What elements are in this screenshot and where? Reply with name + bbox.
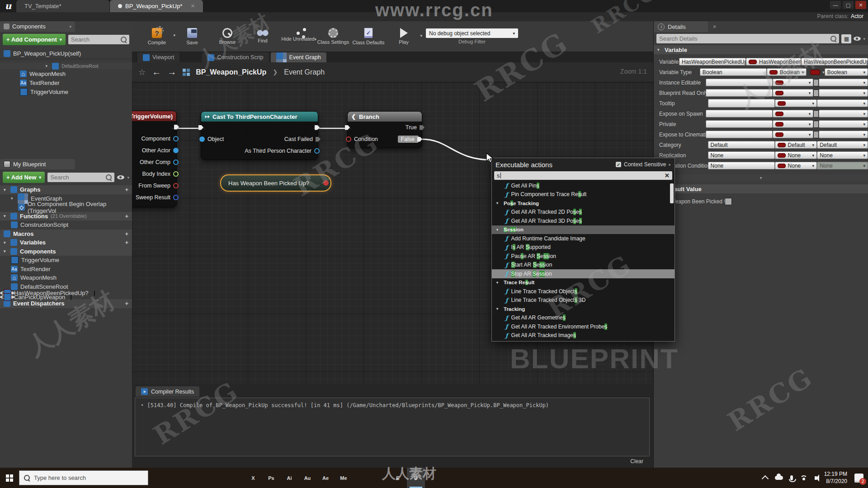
add-new-button[interactable]: + Add New▾ [3,172,45,183]
exec-in-pin[interactable] [198,125,203,130]
window-tab[interactable]: TV_Template* ✕ [16,0,110,12]
my-blueprint-row[interactable]: ▾ Variables + [0,238,132,247]
chevron-down-icon[interactable]: ▾ [127,175,129,180]
data-pin[interactable] [173,183,179,188]
taskbar-app[interactable]: Ae [316,468,335,488]
clock[interactable]: 12:19 PM 8/7/2020 [824,471,847,485]
favorite-star-icon[interactable]: ☆ [138,67,146,77]
action-item[interactable]: ▾ ƒ Tracking [492,305,675,314]
expander-icon[interactable]: ▾ [4,188,8,192]
add-button[interactable]: + [125,239,128,246]
branch-node[interactable]: ❮ Branch True Condition False [347,111,422,148]
taskbar-app[interactable] [371,468,389,488]
action-item[interactable]: ▾ ƒ Start AR Session [492,261,675,270]
start-button[interactable] [0,468,19,488]
notification-center-icon[interactable]: 2 [854,474,863,483]
toolbar-button[interactable]: ▾ Hide Unrelated [280,32,316,42]
details-textbox[interactable]: HasWeaponBeenPickedUp? [679,58,746,66]
onedrive-cloud-icon[interactable] [775,476,783,480]
property-matrix-icon[interactable]: ▦ [841,34,851,43]
details-textbox[interactable] [708,99,775,108]
default-value-section-header[interactable]: ▾ Default Value [654,184,868,193]
details-textbox[interactable]: None [708,162,775,169]
toolbar-button[interactable]: ▾ Browse [210,28,245,45]
action-item[interactable]: ▾ ƒ Pose Tracking [492,199,675,208]
action-item[interactable]: ▾ ƒ Pin Component to Trace Result [492,190,675,199]
add-button[interactable]: + [125,230,128,237]
taskbar-app[interactable] [226,468,244,488]
taskbar-app[interactable]: U [407,468,425,488]
tray-expand-icon[interactable] [761,475,769,483]
taskbar-app[interactable]: Me [335,468,353,488]
add-button[interactable]: + [125,213,128,220]
component-tree-item[interactable]: ▾ TriggerVolume [0,87,132,96]
graph-tab[interactable]: Viewport [137,52,179,62]
compiler-log[interactable]: [5143.40] Compile of BP_Weapon_PickUp su… [135,398,650,456]
bool-out-pin[interactable] [323,180,329,186]
details-checkbox[interactable] [813,131,819,138]
breadcrumb-current[interactable]: Event Graph [284,68,325,76]
window-tab[interactable]: BP_Weapon_PickUp* ✕ [110,0,203,12]
popup-search-input[interactable]: s ✕ [494,171,672,180]
visibility-icon[interactable] [94,291,95,296]
variable-type-dropdown[interactable]: ▾ [773,79,813,86]
expander-icon[interactable]: ▾ [4,249,8,253]
details-checkbox[interactable] [813,110,819,117]
scrollbar-thumb[interactable] [670,183,674,203]
data-pin[interactable] [173,160,179,165]
wifi-icon[interactable] [800,475,807,481]
variable-getter-node[interactable]: Has Weapon Been Picked Up? [220,174,331,192]
action-item[interactable]: ▾ ƒ Get All AR Tracked 2D Poses [492,208,675,217]
data-pin[interactable] [173,136,179,141]
my-blueprint-row[interactable]: ▾ On Component Begin Overlap (TriggerVol… [0,203,132,212]
details-textbox[interactable] [706,110,773,117]
variable-type-dropdown[interactable]: HasWeaponBeenPickedUp? ▾ [746,58,801,66]
toolbar-button[interactable]: ▾ Save [175,28,210,45]
toolbar-button[interactable]: ▾ Play [386,28,421,45]
debug-object-select[interactable]: No debug object selected ▾ [426,28,518,38]
details-dropdown[interactable]: Boolean ▾ [825,68,868,76]
my-blueprint-search-input[interactable]: Search [47,173,114,182]
action-item[interactable]: ▾ ƒ Line Trace Tracked Objects 3D [492,296,675,305]
taskbar-app[interactable] [172,468,190,488]
component-tree-item[interactable]: ▾ WeaponMesh [0,69,132,78]
clear-button[interactable]: Clear [630,458,643,465]
my-blueprint-row[interactable]: ▾ Macros + [0,230,132,239]
visibility-icon[interactable] [71,295,71,300]
clear-search-icon[interactable]: ✕ [665,172,670,179]
close-button[interactable]: ✕ [855,1,866,9]
expander-icon[interactable]: ▾ [496,201,500,205]
container-type-button[interactable]: ▾ [810,70,825,75]
action-item[interactable]: ▾ ƒ Session [492,225,675,235]
taskbar-search-input[interactable]: Type here to search [19,470,148,485]
context-sensitive-checkbox[interactable]: ✓ [616,162,621,167]
speaker-icon[interactable] [815,476,817,480]
expander-icon[interactable]: ▾ [496,307,500,311]
breadcrumb-root[interactable]: BP_Weapon_PickUp [196,68,266,76]
variable-type-dropdown[interactable]: ▾ [773,131,813,138]
action-item[interactable]: ▾ ƒ Get All AR Tracked Images [492,331,675,340]
components-search-input[interactable]: Search [68,35,129,44]
details-dropdown[interactable]: None ▾ [817,151,868,159]
variable-type-dropdown[interactable]: Boolean ▾ [767,68,807,76]
variable-type-dropdown[interactable]: Default ▾ [775,141,817,149]
data-pin[interactable] [173,148,179,153]
action-item[interactable]: ▾ ƒ Line Trace Tracked Objects [492,287,675,296]
details-textbox[interactable] [706,120,773,128]
variable-type-dropdown[interactable]: ▾ [773,89,813,97]
graph-tab[interactable]: Construction Scrip [202,52,269,62]
details-textbox[interactable]: None [708,151,775,159]
details-textbox[interactable] [706,131,773,138]
chevron-down-icon[interactable]: ▾ [420,33,422,38]
graph-tab[interactable]: Event Graph [271,52,326,62]
details-checkbox[interactable] [813,89,819,97]
details-dropdown[interactable]: ▾ [817,99,868,107]
variable-type-dropdown[interactable]: ▾ [773,120,813,128]
microphone-icon[interactable] [790,475,793,480]
action-item[interactable]: ▾ ƒ Get All AR Tracked 3D Poses [492,216,675,225]
eye-icon[interactable] [854,37,861,41]
action-item[interactable]: ▾ ƒ Stop AR Session [492,269,675,278]
my-blueprint-row[interactable]: ▾ CanPickUpWeapon + [0,295,14,299]
variable-type-dropdown[interactable]: None ▾ [775,162,817,169]
advanced-expander[interactable]: ▾ [654,174,868,181]
